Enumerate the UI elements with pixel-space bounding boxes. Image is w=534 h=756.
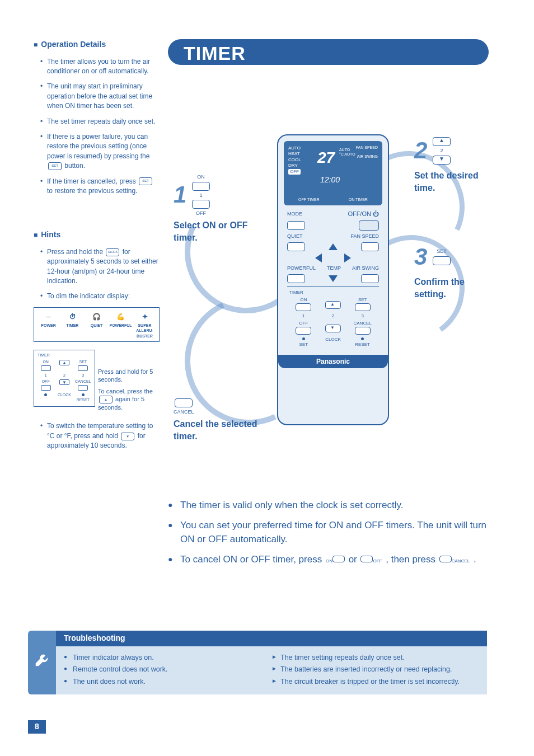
up-button-icon: ▲ bbox=[99, 396, 113, 403]
step-1: 1 ON 1 OFF Select ON or OFF timer. bbox=[174, 173, 271, 245]
trouble-problem: The unit does not work. bbox=[64, 677, 271, 687]
temp-up-button[interactable] bbox=[329, 243, 338, 250]
timer-on-button[interactable] bbox=[296, 303, 311, 311]
timer-cancel-button[interactable] bbox=[355, 327, 371, 335]
step-1-mid: 1 bbox=[192, 192, 210, 199]
hint-item: Press and hold the CLOCK for approximate… bbox=[40, 247, 160, 287]
step-2-mid: 2 bbox=[433, 147, 451, 154]
up-button-icon: ▲ bbox=[433, 137, 451, 146]
set-button-icon bbox=[433, 256, 451, 265]
hint-item: To dim the indicator display: bbox=[40, 292, 160, 301]
power-icon: ─ bbox=[36, 312, 60, 322]
cancel-button-stack: CANCEL bbox=[439, 556, 470, 564]
mode-off: OFF bbox=[288, 169, 301, 175]
hint-side-text: Press and hold for 5 seconds. To cancel,… bbox=[98, 368, 160, 411]
lcd-auto: AUTO bbox=[344, 152, 355, 156]
temp-down-button[interactable] bbox=[329, 275, 338, 282]
off-button-icon bbox=[192, 200, 210, 209]
tbox-setb: SET bbox=[299, 342, 308, 347]
offon-button[interactable] bbox=[359, 220, 379, 231]
timer-set-button[interactable] bbox=[355, 303, 371, 311]
timer-mini-diagram: TIMER ON ▲ SET 1 2 3 OFF ▼ CANCEL CLOCK … bbox=[34, 350, 95, 407]
troubleshooting-section: Troubleshooting Timer indicator always o… bbox=[28, 631, 487, 694]
trouble-solution: The batteries are inserted incorrectly o… bbox=[271, 665, 479, 675]
side-a: Press and hold for 5 seconds. bbox=[98, 368, 160, 384]
op-item-text: If the timer is cancelled, press bbox=[47, 177, 136, 185]
down-button-icon: ▼ bbox=[433, 156, 451, 165]
tbox-set: SET bbox=[358, 297, 367, 302]
step-2-text: Set the desired time. bbox=[414, 170, 498, 195]
lcd-air: AIR SWING bbox=[356, 154, 378, 159]
right-button[interactable] bbox=[344, 253, 351, 262]
mini-down-btn: ▼ bbox=[59, 379, 69, 385]
mode-label: MODE bbox=[287, 210, 302, 218]
mode-button[interactable] bbox=[287, 221, 305, 230]
left-column: Operation Details The timer allows you t… bbox=[34, 39, 160, 456]
lcd-on-timer: ON TIMER bbox=[349, 197, 368, 203]
op-item: The set timer repeats daily once set. bbox=[40, 117, 160, 126]
quiet-button[interactable] bbox=[287, 242, 305, 251]
note-text: . bbox=[474, 554, 476, 565]
step-2-number: 2 bbox=[414, 134, 427, 167]
note-text: , then press bbox=[386, 554, 438, 565]
step-2-buttons: ▲ 2 ▼ bbox=[433, 136, 451, 166]
timer-down-button[interactable]: ▼ bbox=[325, 325, 341, 332]
set-button-icon: SET bbox=[139, 177, 152, 185]
hints-list-2: To switch the temperature setting to °C … bbox=[34, 421, 160, 450]
temp-label: TEMP bbox=[327, 265, 341, 272]
indicator-display: ─POWER ⏱TIMER 🎧QUIET 💪POWERFUL ✦SUPER AL… bbox=[34, 307, 160, 342]
mini-cancel: CANCEL bbox=[75, 379, 91, 383]
powerful-label: POWERFUL bbox=[287, 265, 316, 272]
tbox-cancel: CANCEL bbox=[353, 321, 371, 326]
timer-off-button[interactable] bbox=[296, 327, 311, 335]
mini-off-btn bbox=[41, 385, 51, 391]
powerful-icon: 💪 bbox=[109, 312, 133, 322]
fanspeed-label: FAN SPEED bbox=[350, 233, 379, 240]
step-2: 2 ▲ 2 ▼ Set the desired time. bbox=[414, 134, 498, 195]
mini-clock: CLOCK bbox=[55, 392, 73, 403]
tbox-clock: CLOCK bbox=[325, 337, 341, 342]
trouble-problem: Timer indicator always on. bbox=[64, 653, 271, 663]
step-1-on: ON bbox=[192, 173, 210, 181]
cancel-buttons: CANCEL bbox=[174, 397, 194, 416]
airswing-button[interactable] bbox=[361, 274, 379, 283]
hints-heading: Hints bbox=[34, 229, 160, 241]
power-icon: ⏻ bbox=[373, 210, 379, 217]
mini-set-btn bbox=[78, 365, 88, 371]
tbox-2: 2 bbox=[319, 313, 348, 319]
main-diagram: AUTO HEAT COOL DRY OFF 27 AUTO °C AUTO F… bbox=[168, 78, 489, 481]
tbox-reset: RESET bbox=[355, 342, 370, 347]
trouble-solutions: The timer setting repeats daily once set… bbox=[271, 651, 479, 689]
quiet-icon: 🎧 bbox=[85, 312, 109, 322]
down-button-icon: ▼ bbox=[121, 433, 134, 440]
step-cancel: CANCEL Cancel the selected timer. bbox=[174, 397, 271, 443]
notes-section: The timer is valid only when the clock i… bbox=[168, 498, 489, 572]
operation-details-list: The timer allows you to turn the air con… bbox=[34, 57, 160, 196]
cancel-button-icon bbox=[175, 398, 193, 407]
trouble-problems: Timer indicator always on. Remote contro… bbox=[64, 651, 271, 689]
clock-button-icon: CLOCK bbox=[106, 248, 119, 256]
op-item-tail: button. bbox=[64, 162, 85, 170]
fanspeed-button[interactable] bbox=[361, 242, 379, 251]
tbox-1: 1 bbox=[289, 313, 318, 319]
powerful-button[interactable] bbox=[287, 274, 305, 283]
lcd-fan: FAN SPEED AIR SWING bbox=[356, 145, 378, 159]
tbox-3: 3 bbox=[348, 313, 377, 319]
op-item: If the timer is cancelled, press SET to … bbox=[40, 177, 160, 196]
dot-icon bbox=[361, 337, 364, 340]
page-number: 8 bbox=[28, 720, 46, 734]
indicator-power: ─POWER bbox=[36, 312, 60, 339]
left-button[interactable] bbox=[315, 253, 322, 262]
mini-up-btn: ▲ bbox=[59, 360, 69, 365]
lcd-auto-top: AUTO bbox=[339, 148, 355, 152]
wrench-icon-col bbox=[28, 631, 56, 694]
airswing-label: AIR SWING bbox=[352, 265, 379, 272]
hints-list: Press and hold the CLOCK for approximate… bbox=[34, 247, 160, 302]
mini-1: 1 bbox=[36, 373, 55, 378]
tbox-off: OFF bbox=[299, 321, 308, 326]
step-3-buttons: SET bbox=[433, 248, 451, 266]
step-3-text: Confirm the setting. bbox=[414, 276, 498, 301]
timer-up-button[interactable]: ▲ bbox=[325, 301, 341, 309]
alleru-icon: ✦ bbox=[133, 312, 157, 322]
step-3: 3 SET Confirm the setting. bbox=[414, 241, 498, 301]
